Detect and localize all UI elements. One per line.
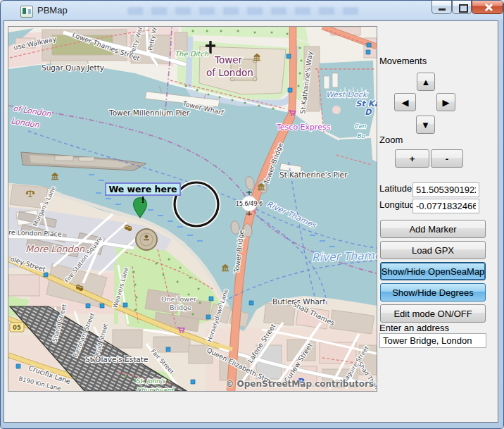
down-arrow-icon: ▼ <box>421 120 430 130</box>
titlebar[interactable]: PBMap <box>1 1 503 20</box>
zoom-label: Zoom <box>379 135 403 145</box>
toggle-openseamap-button[interactable]: Show/Hide OpenSeaMap <box>380 262 486 280</box>
zoom-out-button[interactable]: - <box>431 149 463 168</box>
address-label: Enter an address <box>379 323 449 333</box>
app-window: PBMap <box>0 0 504 429</box>
map-label: St Olave's Estate <box>85 355 148 363</box>
map-label: The Ditch <box>175 50 209 58</box>
app-icon <box>20 6 33 18</box>
close-icon <box>484 4 492 11</box>
right-arrow-icon: ▶ <box>443 97 450 108</box>
minimize-button[interactable] <box>431 1 452 14</box>
scoop-amphitheatre <box>136 229 157 250</box>
map-view[interactable]: 15.6/49.6 use WalkwayLower Thames Street… <box>8 26 377 392</box>
map-label: One Tower <box>161 295 196 303</box>
toggle-degrees-button[interactable]: Show/Hide Degrees <box>380 283 486 301</box>
add-marker-button[interactable]: Add Marker <box>380 220 486 238</box>
plus-icon: + <box>410 154 415 164</box>
move-right-button[interactable]: ▶ <box>436 93 455 111</box>
map-label: St Katherine's Pier <box>279 170 348 179</box>
map-label: Tesco Express <box>276 123 331 132</box>
longitude-input[interactable] <box>412 199 479 213</box>
map-attribution: © OpenStreetMap contributors <box>225 379 374 389</box>
map-marker-label[interactable]: We were here ! <box>105 182 181 196</box>
close-button[interactable] <box>472 1 503 14</box>
zoom-in-button[interactable]: + <box>395 149 429 168</box>
bridge-clearance-text: 15.6/49.6 <box>236 201 263 207</box>
maximize-icon <box>459 4 468 13</box>
toggle-degrees-label: Show/Hide Degrees <box>392 287 474 298</box>
address-input[interactable] <box>379 333 486 348</box>
minimize-icon <box>439 8 446 11</box>
move-left-button[interactable]: ◀ <box>394 93 416 111</box>
map-label: Cen <box>354 123 366 130</box>
map-label: Bridge <box>170 304 191 311</box>
map-label: Sugar Quay Jetty <box>42 63 104 72</box>
up-arrow-icon: ▲ <box>422 77 431 87</box>
map-label: Churchyard <box>137 387 174 391</box>
toggle-openseamap-label: Show/Hide OpenSeaMap <box>382 266 485 277</box>
titlebar-reflection <box>127 7 360 15</box>
latitude-label: Latitude <box>379 183 412 194</box>
move-down-button[interactable]: ▼ <box>416 116 435 134</box>
map-label: More London <box>25 244 85 254</box>
latitude-input[interactable] <box>412 182 479 197</box>
maximize-button[interactable] <box>452 1 472 14</box>
map-label: River Thames <box>312 249 377 264</box>
add-marker-label: Add Marker <box>409 224 456 235</box>
map-label: Bo <box>357 132 365 139</box>
load-gpx-button[interactable]: Load GPX <box>380 241 486 259</box>
map-label: St. John's <box>136 378 166 385</box>
move-up-button[interactable]: ▲ <box>417 73 435 91</box>
left-arrow-icon: ◀ <box>402 97 409 108</box>
edit-mode-label: Edit mode ON/OFF <box>393 309 472 319</box>
map-label: of London <box>206 67 253 78</box>
edit-mode-button[interactable]: Edit mode ON/OFF <box>380 304 486 323</box>
map-label: Tower Millennium Pier <box>108 108 190 117</box>
movements-label: Movements <box>379 56 427 66</box>
load-gpx-label: Load GPX <box>412 245 454 256</box>
window-title: PBMap <box>37 5 68 15</box>
map-label: D <box>365 107 372 117</box>
map-label: 05 <box>13 324 21 331</box>
map-canvas: 15.6/49.6 use WalkwayLower Thames Street… <box>8 27 377 391</box>
minus-icon: - <box>446 154 448 164</box>
map-label: Tower <box>214 54 243 66</box>
